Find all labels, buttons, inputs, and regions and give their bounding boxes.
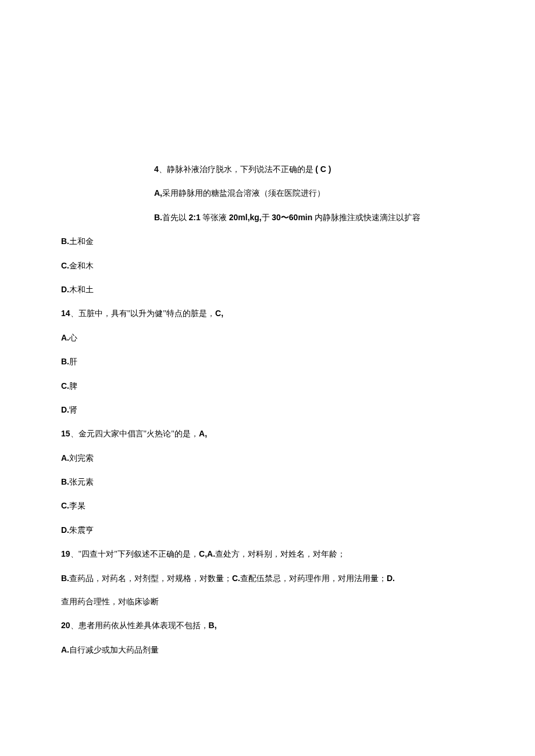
- q14-b-label: B.: [61, 357, 69, 366]
- q14-option-a: A.心: [61, 331, 474, 345]
- q20-text: 、患者用药依从性差具体表现不包括，: [70, 621, 209, 630]
- q19-b-label: B.: [61, 574, 69, 583]
- q14-a-text: 心: [69, 334, 77, 342]
- q14-number: 14: [61, 309, 70, 318]
- q15-a-label: A.: [61, 453, 69, 463]
- q15-option-a: A.刘完索: [61, 452, 474, 465]
- q4-b-mid1: 等张液: [201, 213, 229, 222]
- q19-c-text: 查配伍禁忌，对药理作用，对用法用量；: [240, 574, 387, 583]
- stray-c-label: C.: [61, 261, 69, 270]
- q14-question: 14、五脏中，具有"以升为健"特点的脏是，C,: [61, 307, 474, 320]
- stray-option-c: C.金和木: [61, 259, 474, 273]
- opt-a-text: 采用静脉用的糖盐混合溶液（须在医院进行）: [162, 189, 325, 198]
- q4-text: 、静脉补液治疗脱水，下列说法不正确的是: [159, 165, 316, 174]
- opt-a-label: A,: [154, 188, 162, 198]
- q15-b-label: B.: [61, 477, 69, 486]
- q15-text: 、金元四大家中倡言"火热论"的是，: [70, 429, 199, 438]
- q14-c-label: C.: [61, 381, 69, 390]
- q14-d-text: 肾: [69, 406, 77, 414]
- q15-number: 15: [61, 429, 70, 438]
- q14-text: 、五脏中，具有"以升为健"特点的脏是，: [70, 309, 215, 318]
- q4-b-suffix: 内静脉推注或快速滴注以扩容: [312, 213, 420, 222]
- q14-d-label: D.: [61, 405, 69, 414]
- q19-number: 19: [61, 549, 70, 558]
- q20-a-text: 自行减少或加大药品剂量: [69, 646, 159, 654]
- q19-answer: C,A.: [199, 549, 215, 558]
- stray-d-text: 木和土: [69, 285, 94, 294]
- q19-question: 19、"四查十对"下列叙述不正确的是，C,A.查处方，对科别，对姓名，对年龄；: [61, 547, 474, 561]
- stray-b-text: 土和金: [69, 237, 94, 246]
- q14-option-d: D.肾: [61, 403, 474, 417]
- stray-option-b: B.土和金: [61, 235, 474, 248]
- q15-b-text: 张元素: [69, 478, 94, 486]
- q15-question: 15、金元四大家中倡言"火热论"的是，A,: [61, 427, 474, 440]
- q15-c-label: C.: [61, 501, 69, 510]
- q19-d-label: D.: [387, 574, 395, 583]
- q4-b-bold2: 20ml,kg,: [229, 213, 262, 222]
- q15-a-text: 刘完索: [69, 454, 94, 463]
- q15-d-label: D.: [61, 525, 69, 535]
- q19-line3-text: 查用药合理性，对临床诊断: [61, 597, 159, 606]
- q19-b-text: 查药品，对药名，对剂型，对规格，对数量；: [69, 574, 232, 583]
- q15-option-c: C.李杲: [61, 499, 474, 513]
- q15-c-text: 李杲: [69, 501, 85, 510]
- stray-option-d: D.木和土: [61, 283, 474, 296]
- q4-b-prefix: 首先以: [162, 213, 189, 222]
- q14-answer: C,: [215, 309, 223, 318]
- q4-b-bold1: 2:1: [189, 213, 201, 222]
- q14-c-text: 脾: [69, 382, 77, 390]
- q19-line3: 查用药合理性，对临床诊断: [61, 596, 474, 608]
- q4-number: 4: [154, 164, 159, 174]
- stray-b-label: B.: [61, 237, 69, 246]
- q19-line2: B.查药品，对药名，对剂型，对规格，对数量；C.查配伍禁忌，对药理作用，对用法用…: [61, 572, 474, 585]
- q20-a-label: A.: [61, 645, 69, 654]
- q20-answer: B,: [209, 621, 217, 630]
- q19-text: 、"四查十对"下列叙述不正确的是，: [70, 550, 199, 558]
- q15-option-d: D.朱震亨: [61, 524, 474, 537]
- q14-option-b: B.肝: [61, 355, 474, 368]
- opt-b-label: B.: [154, 213, 162, 222]
- q4-answer: ( C ): [315, 164, 331, 174]
- stray-c-text: 金和木: [69, 261, 94, 270]
- q14-a-label: A.: [61, 333, 69, 342]
- q19-c-label: C.: [232, 574, 240, 583]
- q4-option-b: B.首先以 2:1 等张液 20ml,kg,于 30〜60min 内静脉推注或快…: [154, 211, 474, 224]
- q19-inline: 查处方，对科别，对姓名，对年龄；: [215, 550, 345, 558]
- q14-option-c: C.脾: [61, 379, 474, 393]
- q15-answer: A,: [199, 429, 207, 438]
- stray-d-label: D.: [61, 285, 69, 294]
- q4-option-a: A,采用静脉用的糖盐混合溶液（须在医院进行）: [154, 187, 474, 200]
- q4-b-bold3: 30〜60min: [272, 213, 312, 222]
- q15-d-text: 朱震亨: [69, 526, 94, 535]
- q20-number: 20: [61, 621, 70, 630]
- q4-question: 4、静脉补液治疗脱水，下列说法不正确的是 ( C ): [154, 163, 474, 176]
- q20-question: 20、患者用药依从性差具体表现不包括，B,: [61, 619, 474, 632]
- q4-b-mid2: 于: [262, 213, 272, 222]
- q20-option-a: A.自行减少或加大药品剂量: [61, 643, 474, 657]
- q15-option-b: B.张元素: [61, 475, 474, 489]
- q14-b-text: 肝: [69, 357, 77, 366]
